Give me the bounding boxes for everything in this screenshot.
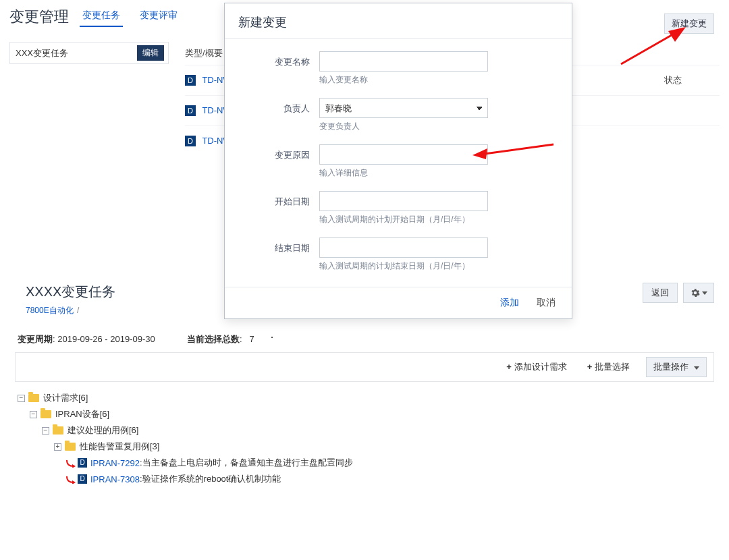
add-design-req-button[interactable]: +添加设计需求 bbox=[502, 358, 571, 376]
field-hint-start: 输入测试周期的计划开始日期（月/日/年） bbox=[319, 214, 558, 225]
field-label-end: 结束日期 bbox=[238, 237, 319, 254]
tree-leaf[interactable]: D IPRAN-7308 :验证操作系统的reboot确认机制功能 bbox=[18, 471, 714, 487]
tree-toggle[interactable]: − bbox=[42, 427, 49, 435]
folder-icon bbox=[65, 443, 76, 451]
tree-leaf[interactable]: D IPRAN-7292 :当主备盘上电启动时，备盘通知主盘进行主盘配置同步 bbox=[18, 455, 714, 471]
svg-marker-4 bbox=[72, 464, 76, 468]
owner-select[interactable]: 郭春晓 bbox=[319, 98, 488, 118]
field-label-name: 变更名称 bbox=[238, 51, 319, 68]
requirement-tree: − 设计需求[6] − IPRAN设备[6] − 建议处理的用例[6] + 性能… bbox=[15, 382, 714, 507]
plus-icon: + bbox=[587, 362, 593, 372]
tabs: 变更任务 变更评审 bbox=[80, 5, 193, 27]
task-panel-title: XXXX变更任务 bbox=[26, 283, 115, 301]
folder-icon bbox=[40, 410, 51, 418]
gear-icon bbox=[691, 288, 700, 298]
d-badge-icon: D bbox=[78, 458, 87, 468]
folder-icon bbox=[53, 426, 63, 435]
field-hint-owner: 变更负责人 bbox=[319, 121, 558, 132]
tab-change-task[interactable]: 变更任务 bbox=[80, 5, 123, 27]
new-change-modal: 新建变更 变更名称 输入变更名称 负责人 郭春晓 变更负责人 变更原因 输入详细… bbox=[224, 3, 572, 319]
issue-desc: :验证操作系统的reboot确认机制功能 bbox=[140, 473, 281, 485]
bullet-icon: · bbox=[270, 330, 273, 343]
toolbar: +添加设计需求 +批量选择 批量操作 bbox=[15, 352, 714, 382]
modal-add-button[interactable]: 添加 bbox=[495, 294, 524, 312]
settings-dropdown-button[interactable] bbox=[683, 283, 714, 303]
field-label-owner: 负责人 bbox=[238, 98, 319, 115]
task-name: XXX变更任务 bbox=[16, 47, 68, 59]
selected-label: 当前选择总数 bbox=[187, 334, 240, 344]
change-reason-input[interactable] bbox=[319, 144, 488, 165]
task-list-item[interactable]: XXX变更任务 编辑 bbox=[9, 42, 169, 64]
issue-desc: :当主备盘上电启动时，备盘通知主盘进行主盘配置同步 bbox=[140, 457, 353, 469]
edit-button[interactable]: 编辑 bbox=[137, 45, 164, 61]
d-badge-icon: D bbox=[185, 136, 196, 146]
period-value: 2019-09-26 - 2019-09-30 bbox=[57, 334, 155, 344]
issue-key[interactable]: IPRAN-7292 bbox=[90, 458, 140, 468]
end-date-input[interactable] bbox=[319, 237, 488, 258]
start-date-input[interactable] bbox=[319, 191, 488, 211]
svg-marker-5 bbox=[72, 480, 76, 484]
modal-title: 新建变更 bbox=[225, 3, 572, 39]
change-name-input[interactable] bbox=[319, 51, 488, 72]
new-change-button[interactable]: 新建变更 bbox=[664, 13, 714, 34]
link-arrow-icon bbox=[66, 458, 76, 468]
tree-toggle[interactable]: − bbox=[30, 411, 37, 418]
link-arrow-icon bbox=[66, 474, 76, 484]
caret-down-icon bbox=[694, 366, 699, 370]
plus-icon: + bbox=[506, 362, 512, 372]
folder-icon bbox=[28, 394, 39, 402]
field-label-reason: 变更原因 bbox=[238, 144, 319, 161]
period-label: 变更周期 bbox=[18, 334, 53, 344]
batch-ops-dropdown[interactable]: 批量操作 bbox=[646, 357, 707, 377]
tree-node-label[interactable]: 设计需求[6] bbox=[43, 392, 88, 404]
tree-node-label[interactable]: IPRAN设备[6] bbox=[55, 408, 109, 420]
tab-change-review[interactable]: 变更评审 bbox=[137, 5, 180, 26]
caret-down-icon bbox=[702, 291, 707, 295]
issue-key[interactable]: IPRAN-7308 bbox=[90, 474, 140, 484]
tree-toggle[interactable]: + bbox=[54, 443, 61, 451]
d-badge-icon: D bbox=[185, 75, 196, 86]
tree-node-label[interactable]: 建议处理的用例[6] bbox=[68, 424, 138, 437]
tree-node-label[interactable]: 性能告警重复用例[3] bbox=[80, 441, 159, 453]
tree-toggle[interactable]: − bbox=[18, 395, 25, 402]
modal-cancel-button[interactable]: 取消 bbox=[531, 294, 561, 312]
selected-value: 7 bbox=[250, 334, 254, 344]
field-hint-name: 输入变更名称 bbox=[319, 74, 558, 86]
back-button[interactable]: 返回 bbox=[643, 283, 678, 303]
d-badge-icon: D bbox=[185, 105, 196, 116]
field-label-start: 开始日期 bbox=[238, 191, 319, 208]
column-status-header: 状态 bbox=[664, 74, 682, 86]
field-hint-end: 输入测试周期的计划结束日期（月/日/年） bbox=[319, 260, 558, 272]
d-badge-icon: D bbox=[78, 474, 87, 484]
field-hint-reason: 输入详细信息 bbox=[319, 167, 558, 179]
page-title: 变更管理 bbox=[9, 7, 69, 27]
batch-select-button[interactable]: +批量选择 bbox=[583, 358, 634, 376]
breadcrumb[interactable]: 7800E自动化 / bbox=[26, 305, 115, 316]
